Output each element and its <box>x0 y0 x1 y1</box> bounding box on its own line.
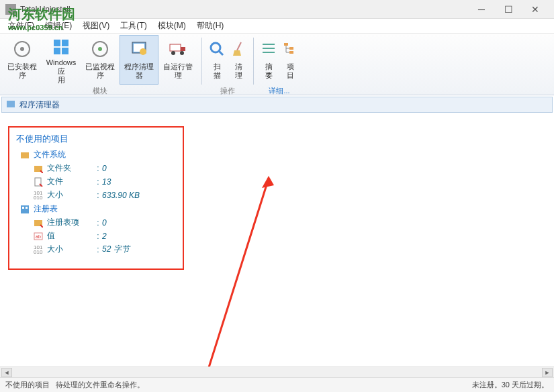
svg-rect-4 <box>54 48 60 54</box>
svg-point-14 <box>180 51 184 55</box>
svg-marker-41 <box>262 176 274 188</box>
summary-button[interactable]: 摘要 <box>258 35 279 85</box>
svg-text:ab: ab <box>36 234 41 239</box>
ribbon-group-label-modules: 模块 <box>93 86 107 96</box>
minimize-button[interactable]: ─ <box>468 0 495 19</box>
ribbon-separator <box>253 38 254 85</box>
svg-point-13 <box>171 51 175 55</box>
cleaner-small-icon <box>6 100 15 109</box>
binary-icon: 101010 <box>34 245 43 254</box>
svg-rect-23 <box>289 51 293 54</box>
windows-apps-button[interactable]: Windows 应用 <box>42 35 81 85</box>
ribbon: 已安装程序 Windows 应用 已监视程序 程序清理器 自运行管理 模块 <box>0 34 554 95</box>
svg-line-37 <box>40 225 43 228</box>
svg-line-40 <box>201 179 269 391</box>
folders-row: 文件夹: 0 <box>34 162 176 174</box>
menu-file[interactable]: 文件(F) <box>4 19 38 33</box>
ribbon-group-label-actions: 操作 <box>220 86 235 96</box>
breadcrumb-title: 程序清理器 <box>19 99 60 111</box>
content-area: 不使用的项目 文件系统 文件夹: 0 文件: 13 101010 大小: 633… <box>0 114 554 369</box>
svg-rect-3 <box>62 40 68 46</box>
scan-button[interactable]: 扫描 <box>206 35 228 85</box>
svg-point-7 <box>98 47 102 51</box>
values-row: ab 值: 2 <box>34 230 176 242</box>
menu-tools[interactable]: 工具(T) <box>116 19 150 33</box>
cd-monitor-icon <box>89 38 111 60</box>
svg-point-1 <box>20 47 24 51</box>
menu-view[interactable]: 视图(V) <box>79 19 113 33</box>
list-icon <box>258 38 279 60</box>
svg-rect-12 <box>181 47 185 51</box>
status-registration: 未注册。30 天后过期。 <box>472 380 549 390</box>
folder-tree-icon <box>20 150 30 160</box>
panel-title: 不使用的项目 <box>16 133 176 145</box>
clean-button[interactable]: 清理 <box>228 35 249 85</box>
svg-rect-27 <box>7 101 15 107</box>
menu-modules[interactable]: 模块(M) <box>154 19 190 33</box>
tree-icon <box>279 38 301 60</box>
ribbon-separator <box>201 38 202 85</box>
installed-programs-button[interactable]: 已安装程序 <box>3 35 42 85</box>
scroll-left-button[interactable]: ◄ <box>1 368 12 377</box>
ribbon-group-view: 摘要 项目 详细... <box>255 34 304 95</box>
svg-rect-34 <box>22 207 24 209</box>
broom-icon <box>228 38 249 60</box>
regitems-row: 注册表项: 0 <box>34 217 176 228</box>
close-button[interactable]: ✕ <box>522 0 549 19</box>
ribbon-details-link[interactable]: 详细... <box>269 86 289 96</box>
maximize-button[interactable]: ☐ <box>495 0 522 19</box>
window-title: Total Uninstall <box>20 5 468 14</box>
app-icon <box>5 4 16 15</box>
magnifier-icon <box>206 38 228 60</box>
file-icon <box>34 177 43 187</box>
svg-rect-22 <box>289 47 293 50</box>
items-button[interactable]: 项目 <box>279 35 301 85</box>
svg-line-30 <box>40 170 43 173</box>
program-cleaner-button[interactable]: 程序清理器 <box>120 35 158 85</box>
svg-rect-5 <box>62 48 68 54</box>
unused-items-panel: 不使用的项目 文件系统 文件夹: 0 文件: 13 101010 大小: 633… <box>8 126 184 270</box>
cleaner-icon <box>128 38 150 60</box>
monitored-programs-button[interactable]: 已监视程序 <box>81 35 120 85</box>
menubar: 文件(F) 编辑(E) 视图(V) 工具(T) 模块(M) 帮助(H) <box>0 19 554 34</box>
windows-icon <box>50 38 72 56</box>
menu-edit[interactable]: 编辑(E) <box>41 19 76 33</box>
scroll-right-button[interactable]: ► <box>542 368 553 377</box>
svg-line-16 <box>219 51 223 55</box>
binary-icon: 101010 <box>34 191 43 200</box>
svg-rect-28 <box>21 152 29 158</box>
files-row: 文件: 13 <box>34 176 176 187</box>
truck-icon <box>167 38 189 60</box>
status-pending: 待处理的文件重命名操作。 <box>56 381 144 389</box>
titlebar: Total Uninstall ─ ☐ ✕ <box>0 0 554 19</box>
svg-rect-21 <box>284 43 288 46</box>
svg-point-15 <box>211 43 220 52</box>
menu-help[interactable]: 帮助(H) <box>193 19 228 33</box>
registry-icon <box>20 205 30 214</box>
autorun-manager-button[interactable]: 自运行管理 <box>158 35 197 85</box>
svg-rect-35 <box>26 207 28 209</box>
breadcrumb: 程序清理器 <box>1 97 553 113</box>
registry-section[interactable]: 注册表 <box>20 203 176 215</box>
regfolder-icon <box>34 218 43 228</box>
svg-line-17 <box>237 42 241 50</box>
ribbon-group-actions: 扫描 清理 操作 <box>203 34 252 95</box>
ribbon-group-modules: 已安装程序 Windows 应用 已监视程序 程序清理器 自运行管理 模块 <box>0 34 200 95</box>
statusbar: 不使用的项目 待处理的文件重命名操作。 未注册。30 天后过期。 <box>0 377 554 392</box>
regvalue-icon: ab <box>34 232 43 241</box>
filesystem-section[interactable]: 文件系统 <box>20 149 176 160</box>
size-row: 101010 大小: 633.90 KB <box>34 189 176 201</box>
svg-rect-33 <box>21 205 29 213</box>
folder-icon <box>34 164 43 173</box>
regsize-row: 101010 大小: 52 字节 <box>34 244 176 255</box>
status-unused: 不使用的项目 <box>5 381 50 389</box>
svg-point-10 <box>140 48 146 55</box>
svg-rect-11 <box>170 44 181 51</box>
horizontal-scrollbar[interactable]: ◄ ► <box>0 366 554 377</box>
cd-icon <box>11 38 33 60</box>
svg-rect-2 <box>54 40 60 46</box>
